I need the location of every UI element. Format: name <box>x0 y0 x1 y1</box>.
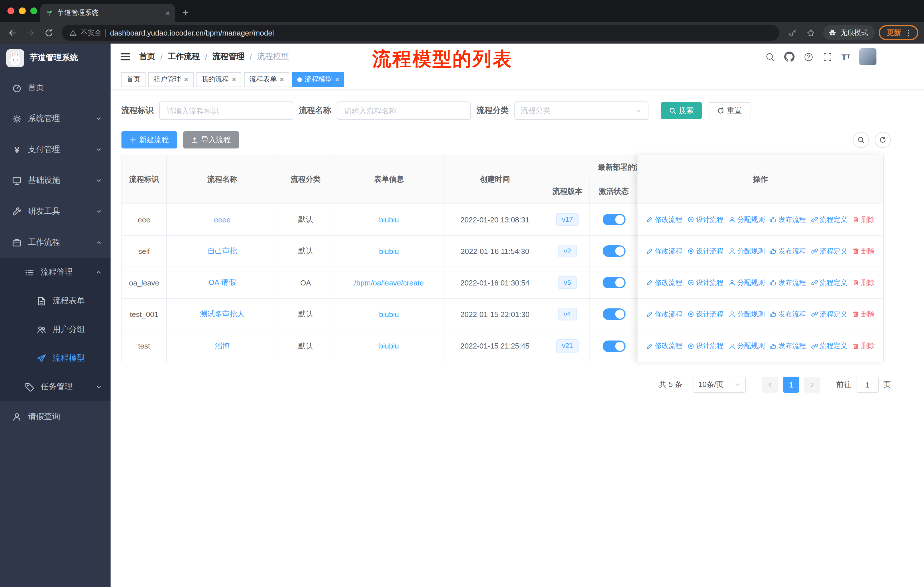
process-name-input[interactable] <box>337 101 471 120</box>
breadcrumb-workflow[interactable]: 工作流程 <box>168 51 200 62</box>
bookmark-star-icon[interactable] <box>802 24 819 41</box>
sidebar-item-process-form[interactable]: 流程表单 <box>0 287 111 315</box>
modify-process-link[interactable]: 修改流程 <box>646 215 682 225</box>
toggle-search-button[interactable] <box>853 132 869 148</box>
breadcrumb-process-management[interactable]: 流程管理 <box>213 51 244 62</box>
close-icon[interactable]: × <box>335 76 340 83</box>
category-select[interactable]: 流程分类 <box>515 101 648 120</box>
publish-process-link[interactable]: 发布流程 <box>770 278 806 288</box>
process-name-link[interactable]: OA 请假 <box>208 278 236 288</box>
publish-process-link[interactable]: 发布流程 <box>770 341 806 351</box>
sidebar-item-dev-tools[interactable]: 研发工具 <box>0 196 111 227</box>
hamburger-icon[interactable] <box>120 51 131 63</box>
assign-rule-link[interactable]: 分配规则 <box>729 215 765 225</box>
process-definition-link[interactable]: 流程定义 <box>811 215 847 225</box>
form-link[interactable]: biubiu <box>379 342 399 350</box>
delete-link[interactable]: 删除 <box>852 341 875 351</box>
process-name-link[interactable]: 自己审批 <box>207 246 237 256</box>
assign-rule-link[interactable]: 分配规则 <box>729 246 765 256</box>
next-page-button[interactable] <box>804 377 820 393</box>
user-avatar[interactable] <box>859 48 876 65</box>
address-bar[interactable]: 不安全 dashboard.yudao.iocoder.cn/bpm/manag… <box>62 25 779 41</box>
process-name-link[interactable]: 滔博 <box>215 341 230 351</box>
delete-link[interactable]: 删除 <box>852 215 875 225</box>
tab-close-icon[interactable]: × <box>165 9 170 17</box>
design-process-link[interactable]: 设计流程 <box>687 215 723 225</box>
assign-rule-link[interactable]: 分配规则 <box>729 309 765 319</box>
reload-button[interactable] <box>40 24 57 41</box>
app-logo[interactable]: 芋道管理系统 <box>0 43 111 72</box>
design-process-link[interactable]: 设计流程 <box>687 309 723 319</box>
sidebar-item-user-group[interactable]: 用户分组 <box>0 315 111 344</box>
close-icon[interactable]: × <box>232 76 236 83</box>
close-window-button[interactable] <box>7 7 14 14</box>
publish-process-link[interactable]: 发布流程 <box>770 215 806 225</box>
search-button[interactable]: 搜索 <box>661 102 702 119</box>
delete-link[interactable]: 删除 <box>852 246 875 256</box>
publish-process-link[interactable]: 发布流程 <box>770 246 806 256</box>
sidebar-item-task-management[interactable]: 任务管理 <box>0 373 111 401</box>
sidebar-item-home[interactable]: 首页 <box>0 72 111 103</box>
process-definition-link[interactable]: 流程定义 <box>811 278 847 288</box>
publish-process-link[interactable]: 发布流程 <box>770 309 806 319</box>
close-icon[interactable]: × <box>184 76 188 83</box>
tag-tenant-management[interactable]: 租户管理× <box>148 72 193 87</box>
process-definition-link[interactable]: 流程定义 <box>811 341 847 351</box>
active-toggle[interactable] <box>602 245 625 257</box>
assign-rule-link[interactable]: 分配规则 <box>729 278 765 288</box>
prev-page-button[interactable] <box>762 377 778 393</box>
sidebar-item-process-management[interactable]: 流程管理 <box>0 258 111 287</box>
reset-button[interactable]: 重置 <box>709 102 751 119</box>
modify-process-link[interactable]: 修改流程 <box>646 341 682 351</box>
form-link[interactable]: biubiu <box>379 310 399 318</box>
tag-home[interactable]: 首页 <box>121 72 145 87</box>
version-badge[interactable]: v5 <box>558 276 577 289</box>
browser-tab[interactable]: 芋道管理系统 × <box>40 4 175 22</box>
font-size-icon[interactable]: TT <box>841 53 850 61</box>
assign-rule-link[interactable]: 分配规则 <box>729 341 765 351</box>
github-icon[interactable] <box>784 51 794 62</box>
form-link[interactable]: biubiu <box>379 247 399 255</box>
sidebar-item-process-model[interactable]: 流程模型 <box>0 344 111 373</box>
goto-page-input[interactable] <box>856 377 879 393</box>
delete-link[interactable]: 删除 <box>852 278 875 288</box>
tag-my-process[interactable]: 我的流程× <box>196 72 241 87</box>
help-icon[interactable] <box>804 52 813 62</box>
process-key-input[interactable] <box>159 101 293 120</box>
version-badge[interactable]: v4 <box>558 308 577 321</box>
version-badge[interactable]: v17 <box>556 213 579 226</box>
passwords-key-icon[interactable] <box>784 24 801 41</box>
create-process-button[interactable]: 新建流程 <box>121 131 177 149</box>
minimize-window-button[interactable] <box>19 7 26 14</box>
design-process-link[interactable]: 设计流程 <box>687 278 723 288</box>
active-toggle[interactable] <box>602 214 625 225</box>
design-process-link[interactable]: 设计流程 <box>687 246 723 256</box>
breadcrumb-home[interactable]: 首页 <box>139 51 155 62</box>
delete-link[interactable]: 删除 <box>852 309 875 319</box>
sidebar-item-infrastructure[interactable]: 基础设施 <box>0 165 111 196</box>
page-size-select[interactable]: 10条/页 <box>693 377 746 393</box>
back-button[interactable] <box>3 24 21 41</box>
update-button[interactable]: 更新 ⋮ <box>879 25 918 40</box>
active-toggle[interactable] <box>602 340 625 352</box>
sidebar-item-payment-management[interactable]: ¥支付管理 <box>0 134 111 165</box>
modify-process-link[interactable]: 修改流程 <box>646 246 682 256</box>
process-definition-link[interactable]: 流程定义 <box>811 309 847 319</box>
process-definition-link[interactable]: 流程定义 <box>811 246 847 256</box>
search-icon[interactable] <box>765 52 775 62</box>
modify-process-link[interactable]: 修改流程 <box>646 278 682 288</box>
version-badge[interactable]: v21 <box>556 339 579 352</box>
design-process-link[interactable]: 设计流程 <box>687 341 723 351</box>
process-name-link[interactable]: 测试多审批人 <box>200 309 244 319</box>
menu-kebab-icon[interactable]: ⋮ <box>904 28 912 37</box>
version-badge[interactable]: v2 <box>558 245 577 258</box>
form-link[interactable]: biubiu <box>379 215 399 224</box>
sidebar-item-workflow[interactable]: 工作流程 <box>0 227 111 258</box>
forward-button[interactable] <box>22 24 39 41</box>
tag-process-model[interactable]: 流程模型× <box>292 72 345 87</box>
import-process-button[interactable]: 导入流程 <box>183 131 239 149</box>
modify-process-link[interactable]: 修改流程 <box>646 309 682 319</box>
process-name-link[interactable]: eeee <box>214 215 231 224</box>
sidebar-item-system-management[interactable]: 系统管理 <box>0 103 111 134</box>
tag-process-form[interactable]: 流程表单× <box>244 72 289 87</box>
